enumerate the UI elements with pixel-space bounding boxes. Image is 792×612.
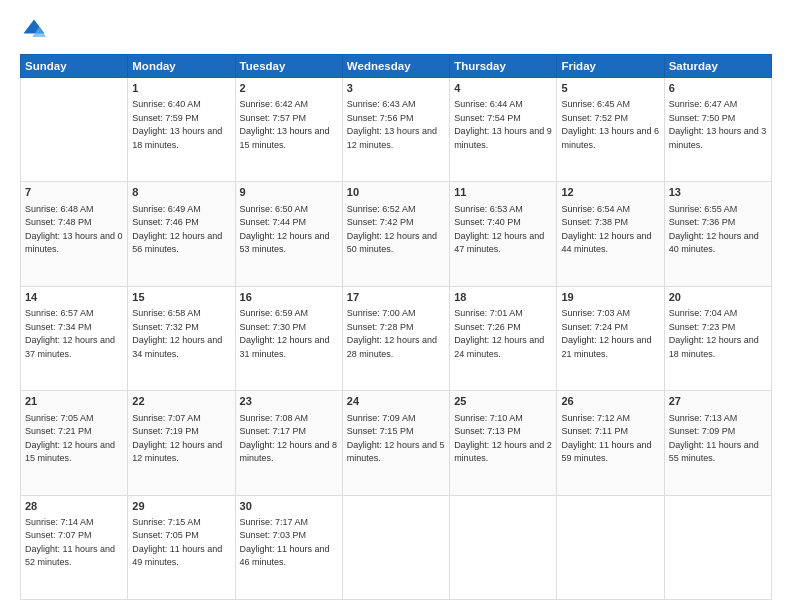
calendar-cell: 16Sunrise: 6:59 AMSunset: 7:30 PMDayligh…: [235, 286, 342, 390]
calendar-header-thursday: Thursday: [450, 55, 557, 78]
calendar-cell: 12Sunrise: 6:54 AMSunset: 7:38 PMDayligh…: [557, 182, 664, 286]
day-number: 9: [240, 185, 338, 200]
day-number: 28: [25, 499, 123, 514]
day-number: 29: [132, 499, 230, 514]
calendar-week-1: 1Sunrise: 6:40 AMSunset: 7:59 PMDaylight…: [21, 78, 772, 182]
header: [20, 16, 772, 44]
day-info: Sunrise: 6:44 AMSunset: 7:54 PMDaylight:…: [454, 98, 552, 152]
calendar-cell: 21Sunrise: 7:05 AMSunset: 7:21 PMDayligh…: [21, 391, 128, 495]
calendar-cell: [450, 495, 557, 599]
calendar-week-4: 21Sunrise: 7:05 AMSunset: 7:21 PMDayligh…: [21, 391, 772, 495]
day-info: Sunrise: 6:52 AMSunset: 7:42 PMDaylight:…: [347, 203, 445, 257]
calendar-week-2: 7Sunrise: 6:48 AMSunset: 7:48 PMDaylight…: [21, 182, 772, 286]
day-number: 21: [25, 394, 123, 409]
calendar-cell: 22Sunrise: 7:07 AMSunset: 7:19 PMDayligh…: [128, 391, 235, 495]
day-number: 14: [25, 290, 123, 305]
calendar-cell: 14Sunrise: 6:57 AMSunset: 7:34 PMDayligh…: [21, 286, 128, 390]
calendar-cell: 18Sunrise: 7:01 AMSunset: 7:26 PMDayligh…: [450, 286, 557, 390]
logo: [20, 16, 50, 44]
calendar-cell: 23Sunrise: 7:08 AMSunset: 7:17 PMDayligh…: [235, 391, 342, 495]
day-info: Sunrise: 6:50 AMSunset: 7:44 PMDaylight:…: [240, 203, 338, 257]
calendar-cell: 1Sunrise: 6:40 AMSunset: 7:59 PMDaylight…: [128, 78, 235, 182]
calendar-header-row: SundayMondayTuesdayWednesdayThursdayFrid…: [21, 55, 772, 78]
day-number: 22: [132, 394, 230, 409]
day-info: Sunrise: 7:12 AMSunset: 7:11 PMDaylight:…: [561, 412, 659, 466]
calendar-cell: 19Sunrise: 7:03 AMSunset: 7:24 PMDayligh…: [557, 286, 664, 390]
day-number: 7: [25, 185, 123, 200]
calendar-cell: 7Sunrise: 6:48 AMSunset: 7:48 PMDaylight…: [21, 182, 128, 286]
day-number: 19: [561, 290, 659, 305]
day-info: Sunrise: 6:40 AMSunset: 7:59 PMDaylight:…: [132, 98, 230, 152]
day-number: 17: [347, 290, 445, 305]
day-number: 12: [561, 185, 659, 200]
calendar-cell: 26Sunrise: 7:12 AMSunset: 7:11 PMDayligh…: [557, 391, 664, 495]
day-number: 26: [561, 394, 659, 409]
day-number: 1: [132, 81, 230, 96]
calendar-header-saturday: Saturday: [664, 55, 771, 78]
calendar-cell: 6Sunrise: 6:47 AMSunset: 7:50 PMDaylight…: [664, 78, 771, 182]
day-info: Sunrise: 7:08 AMSunset: 7:17 PMDaylight:…: [240, 412, 338, 466]
calendar-cell: 25Sunrise: 7:10 AMSunset: 7:13 PMDayligh…: [450, 391, 557, 495]
day-info: Sunrise: 6:43 AMSunset: 7:56 PMDaylight:…: [347, 98, 445, 152]
page: SundayMondayTuesdayWednesdayThursdayFrid…: [0, 0, 792, 612]
calendar-cell: [557, 495, 664, 599]
day-number: 6: [669, 81, 767, 96]
day-info: Sunrise: 7:05 AMSunset: 7:21 PMDaylight:…: [25, 412, 123, 466]
day-info: Sunrise: 6:49 AMSunset: 7:46 PMDaylight:…: [132, 203, 230, 257]
day-number: 20: [669, 290, 767, 305]
calendar-header-tuesday: Tuesday: [235, 55, 342, 78]
calendar-week-3: 14Sunrise: 6:57 AMSunset: 7:34 PMDayligh…: [21, 286, 772, 390]
day-number: 27: [669, 394, 767, 409]
calendar-cell: 30Sunrise: 7:17 AMSunset: 7:03 PMDayligh…: [235, 495, 342, 599]
day-info: Sunrise: 6:48 AMSunset: 7:48 PMDaylight:…: [25, 203, 123, 257]
day-info: Sunrise: 7:07 AMSunset: 7:19 PMDaylight:…: [132, 412, 230, 466]
day-number: 8: [132, 185, 230, 200]
day-info: Sunrise: 6:59 AMSunset: 7:30 PMDaylight:…: [240, 307, 338, 361]
day-number: 25: [454, 394, 552, 409]
day-number: 3: [347, 81, 445, 96]
day-number: 16: [240, 290, 338, 305]
day-info: Sunrise: 6:54 AMSunset: 7:38 PMDaylight:…: [561, 203, 659, 257]
day-info: Sunrise: 6:58 AMSunset: 7:32 PMDaylight:…: [132, 307, 230, 361]
calendar-header-sunday: Sunday: [21, 55, 128, 78]
day-info: Sunrise: 6:42 AMSunset: 7:57 PMDaylight:…: [240, 98, 338, 152]
calendar-header-friday: Friday: [557, 55, 664, 78]
calendar-cell: [21, 78, 128, 182]
day-number: 4: [454, 81, 552, 96]
day-info: Sunrise: 7:00 AMSunset: 7:28 PMDaylight:…: [347, 307, 445, 361]
day-info: Sunrise: 7:10 AMSunset: 7:13 PMDaylight:…: [454, 412, 552, 466]
day-info: Sunrise: 6:45 AMSunset: 7:52 PMDaylight:…: [561, 98, 659, 152]
calendar-cell: 20Sunrise: 7:04 AMSunset: 7:23 PMDayligh…: [664, 286, 771, 390]
day-info: Sunrise: 7:04 AMSunset: 7:23 PMDaylight:…: [669, 307, 767, 361]
day-number: 5: [561, 81, 659, 96]
day-number: 24: [347, 394, 445, 409]
day-info: Sunrise: 7:13 AMSunset: 7:09 PMDaylight:…: [669, 412, 767, 466]
calendar-cell: 10Sunrise: 6:52 AMSunset: 7:42 PMDayligh…: [342, 182, 449, 286]
calendar-header-wednesday: Wednesday: [342, 55, 449, 78]
calendar-cell: 13Sunrise: 6:55 AMSunset: 7:36 PMDayligh…: [664, 182, 771, 286]
day-info: Sunrise: 7:14 AMSunset: 7:07 PMDaylight:…: [25, 516, 123, 570]
day-number: 2: [240, 81, 338, 96]
calendar-header-monday: Monday: [128, 55, 235, 78]
day-number: 15: [132, 290, 230, 305]
calendar-cell: 17Sunrise: 7:00 AMSunset: 7:28 PMDayligh…: [342, 286, 449, 390]
day-number: 18: [454, 290, 552, 305]
calendar-cell: 27Sunrise: 7:13 AMSunset: 7:09 PMDayligh…: [664, 391, 771, 495]
day-info: Sunrise: 7:15 AMSunset: 7:05 PMDaylight:…: [132, 516, 230, 570]
calendar-cell: 3Sunrise: 6:43 AMSunset: 7:56 PMDaylight…: [342, 78, 449, 182]
calendar-cell: [342, 495, 449, 599]
day-info: Sunrise: 6:55 AMSunset: 7:36 PMDaylight:…: [669, 203, 767, 257]
calendar-cell: 4Sunrise: 6:44 AMSunset: 7:54 PMDaylight…: [450, 78, 557, 182]
day-number: 13: [669, 185, 767, 200]
day-number: 10: [347, 185, 445, 200]
day-info: Sunrise: 7:09 AMSunset: 7:15 PMDaylight:…: [347, 412, 445, 466]
calendar-cell: 28Sunrise: 7:14 AMSunset: 7:07 PMDayligh…: [21, 495, 128, 599]
day-info: Sunrise: 7:03 AMSunset: 7:24 PMDaylight:…: [561, 307, 659, 361]
day-info: Sunrise: 7:17 AMSunset: 7:03 PMDaylight:…: [240, 516, 338, 570]
logo-icon: [20, 16, 48, 44]
calendar-week-5: 28Sunrise: 7:14 AMSunset: 7:07 PMDayligh…: [21, 495, 772, 599]
calendar-cell: 8Sunrise: 6:49 AMSunset: 7:46 PMDaylight…: [128, 182, 235, 286]
calendar-table: SundayMondayTuesdayWednesdayThursdayFrid…: [20, 54, 772, 600]
calendar-cell: 24Sunrise: 7:09 AMSunset: 7:15 PMDayligh…: [342, 391, 449, 495]
day-info: Sunrise: 6:57 AMSunset: 7:34 PMDaylight:…: [25, 307, 123, 361]
